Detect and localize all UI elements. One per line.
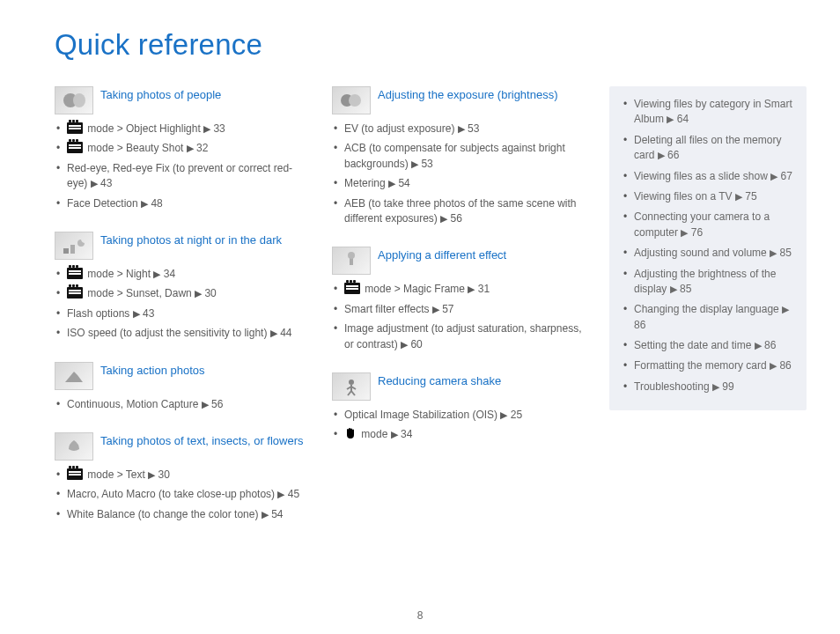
sidebar-item: Viewing files as a slide show ▶ 67 — [622, 169, 799, 189]
column-mid: Adjusting the exposure (brightness)EV (t… — [332, 86, 590, 542]
list-item: mode > Night ▶ 34 — [55, 267, 313, 286]
section-icon — [55, 86, 93, 114]
section-icon — [332, 86, 371, 114]
arrow-icon: ▶ — [153, 269, 160, 279]
item-page: 33 — [213, 122, 225, 135]
item-text: Formatting the memory card — [634, 359, 770, 372]
item-text: Macro, Auto Macro (to take close-up phot… — [67, 488, 277, 500]
section-list: Optical Image Stabilization (OIS) ▶ 25 m… — [332, 408, 590, 447]
item-text: Adjusting the brightness of the display — [634, 268, 776, 295]
section-list: EV (to adjust exposure) ▶ 53ACB (to comp… — [332, 122, 590, 231]
arrow-icon: ▶ — [391, 429, 398, 439]
sidebar-item: Adjusting sound and volume ▶ 85 — [622, 246, 799, 266]
list-item: Flash options ▶ 43 — [55, 306, 313, 326]
sidebar-item: Changing the display language ▶ 86 — [622, 302, 799, 338]
item-page: 86 — [634, 319, 645, 331]
arrow-icon: ▶ — [681, 227, 688, 238]
list-item: mode > Sunset, Dawn ▶ 30 — [55, 286, 313, 306]
list-item: Face Detection ▶ 48 — [55, 196, 313, 216]
svg-rect-2 — [63, 248, 69, 254]
page-title: Quick reference — [55, 28, 807, 62]
section-header: Taking action photos — [55, 362, 313, 390]
sidebar-item: Viewing files on a TV ▶ 75 — [622, 189, 799, 210]
arrow-icon: ▶ — [388, 178, 395, 188]
arrow-icon: ▶ — [148, 469, 155, 480]
item-page: 45 — [288, 488, 299, 500]
item-text: mode > Beauty Shot — [85, 142, 187, 154]
item-page: 76 — [691, 226, 703, 239]
list-item: Continuous, Motion Capture ▶ 56 — [55, 397, 313, 417]
item-page: 54 — [271, 508, 283, 520]
mode-icon — [67, 122, 83, 134]
sidebar-item: Deleting all files on the memory card ▶ … — [622, 133, 799, 169]
list-item: Smart filter effects ▶ 57 — [332, 302, 590, 321]
svg-point-5 — [349, 94, 361, 107]
arrow-icon: ▶ — [500, 409, 507, 420]
item-page: 30 — [158, 468, 170, 481]
section-header: Taking photos of people — [55, 86, 313, 114]
item-page: 32 — [196, 142, 208, 154]
section: Taking photos of people mode > Object Hi… — [55, 86, 313, 216]
svg-rect-3 — [70, 245, 75, 254]
sidebar-item: Viewing files by category in Smart Album… — [622, 97, 799, 133]
item-text: Flash options — [67, 307, 133, 320]
section: Taking action photosContinuous, Motion C… — [55, 362, 313, 417]
item-text: Image adjustment (to adjust saturation, … — [344, 322, 581, 350]
section-title: Reducing camera shake — [378, 372, 501, 389]
list-item: EV (to adjust exposure) ▶ 53 — [332, 122, 590, 141]
section-title: Taking photos of people — [100, 86, 221, 103]
item-text: mode — [358, 428, 391, 440]
item-text: Troubleshooting — [634, 380, 712, 393]
item-text: EV (to adjust exposure) — [344, 122, 458, 135]
section-icon — [332, 372, 371, 401]
item-page: 34 — [401, 428, 412, 440]
section-header: Taking photos of text, insects, or flowe… — [55, 432, 313, 461]
mode-icon — [67, 468, 83, 480]
list-item: Image adjustment (to adjust saturation, … — [332, 321, 590, 357]
sidebar-item: Connecting your camera to a computer ▶ 7… — [622, 210, 799, 246]
item-text: ISO speed (to adjust the sensitivity to … — [67, 327, 270, 339]
arrow-icon: ▶ — [203, 123, 210, 134]
arrow-icon: ▶ — [401, 339, 408, 350]
arrow-icon: ▶ — [770, 360, 777, 371]
item-page: 34 — [164, 268, 175, 280]
item-text: mode > Magic Frame — [362, 283, 468, 295]
item-page: 66 — [667, 149, 679, 161]
arrow-icon: ▶ — [411, 158, 418, 169]
arrow-icon: ▶ — [658, 150, 665, 160]
item-text: Viewing files by category in Smart Album — [634, 98, 792, 125]
sidebar-item: Setting the date and time ▶ 86 — [622, 338, 799, 358]
section-header: Adjusting the exposure (brightness) — [332, 86, 590, 114]
section-title: Applying a different effect — [378, 247, 506, 263]
arrow-icon: ▶ — [770, 247, 777, 258]
arrow-icon: ▶ — [91, 178, 98, 188]
item-page: 85 — [779, 247, 791, 259]
item-text: Metering — [344, 177, 388, 189]
list-item: ACB (to compensate for subjects against … — [332, 141, 590, 176]
mode-icon — [67, 268, 83, 279]
section-title: Taking photos at night or in the dark — [100, 232, 282, 248]
arrow-icon: ▶ — [458, 123, 465, 134]
section-header: Applying a different effect — [332, 247, 590, 275]
arrow-icon: ▶ — [262, 509, 269, 520]
item-page: 54 — [398, 177, 409, 189]
section-header: Reducing camera shake — [332, 372, 590, 401]
item-page: 43 — [143, 307, 154, 320]
svg-point-1 — [73, 93, 85, 107]
item-page: 53 — [421, 158, 432, 170]
page-number: 8 — [0, 609, 840, 622]
arrow-icon: ▶ — [195, 288, 202, 299]
section-list: mode > Magic Frame ▶ 31Smart filter effe… — [332, 282, 590, 357]
mode-icon — [344, 283, 360, 294]
item-page: 30 — [204, 287, 216, 299]
item-page: 56 — [211, 398, 223, 410]
item-page: 67 — [781, 170, 792, 182]
arrow-icon: ▶ — [712, 381, 719, 392]
list-item: mode > Magic Frame ▶ 31 — [332, 282, 590, 301]
section-icon — [55, 432, 93, 461]
item-page: 75 — [745, 190, 756, 203]
list-item: Macro, Auto Macro (to take close-up phot… — [55, 487, 313, 506]
arrow-icon: ▶ — [770, 171, 777, 181]
svg-point-8 — [349, 380, 354, 385]
section-title: Taking photos of text, insects, or flowe… — [100, 432, 304, 449]
